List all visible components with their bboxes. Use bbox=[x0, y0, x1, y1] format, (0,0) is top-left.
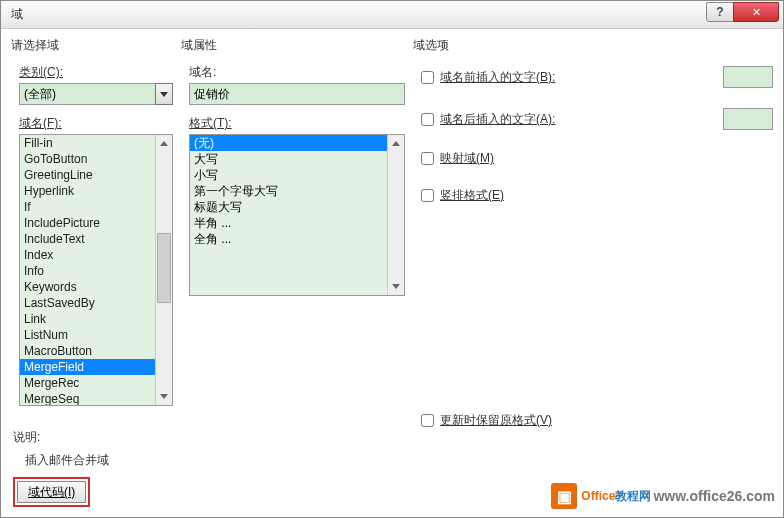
right-section-title: 域选项 bbox=[413, 37, 773, 54]
list-item[interactable]: Hyperlink bbox=[20, 183, 172, 199]
list-item[interactable]: Info bbox=[20, 263, 172, 279]
vertical-format-label: 竖排格式(E) bbox=[440, 187, 504, 204]
watermark-text1: Office bbox=[581, 489, 615, 503]
category-value: (全部) bbox=[24, 86, 56, 103]
dropdown-arrow-icon[interactable] bbox=[155, 83, 173, 105]
format-label: 格式(T): bbox=[189, 115, 413, 132]
list-item[interactable]: IncludePicture bbox=[20, 215, 172, 231]
scroll-up-icon[interactable] bbox=[156, 135, 172, 152]
fieldname-label: 域名: bbox=[189, 64, 413, 81]
list-item[interactable]: (无) bbox=[190, 135, 404, 151]
right-panel: 域选项 域名前插入的文字(B): 域名后插入的文字(A): 映射域(M) 竖排格… bbox=[413, 37, 773, 509]
list-item[interactable]: Fill-in bbox=[20, 135, 172, 151]
category-select[interactable]: (全部) bbox=[19, 83, 173, 105]
category-label: 类别(C): bbox=[19, 64, 181, 81]
list-item[interactable]: LastSavedBy bbox=[20, 295, 172, 311]
field-code-button[interactable]: 域代码(I) bbox=[17, 481, 86, 503]
left-section-title: 请选择域 bbox=[11, 37, 181, 54]
list-item[interactable]: If bbox=[20, 199, 172, 215]
scroll-down-icon[interactable] bbox=[156, 388, 172, 405]
after-text-checkbox[interactable] bbox=[421, 113, 434, 126]
watermark-url: www.office26.com bbox=[653, 488, 775, 504]
scrollbar[interactable] bbox=[387, 135, 404, 295]
before-text-label: 域名前插入的文字(B): bbox=[440, 69, 555, 86]
list-item[interactable]: 第一个字母大写 bbox=[190, 183, 404, 199]
before-text-row: 域名前插入的文字(B): bbox=[421, 66, 773, 88]
content: 请选择域 类别(C): (全部) 域名(F): Fill-inGoToButto… bbox=[1, 29, 783, 517]
map-field-row: 映射域(M) bbox=[421, 150, 773, 167]
vertical-format-checkbox[interactable] bbox=[421, 189, 434, 202]
fieldnames-label: 域名(F): bbox=[19, 115, 181, 132]
window-title: 域 bbox=[1, 6, 23, 23]
preserve-format-row: 更新时保留原格式(V) bbox=[421, 412, 773, 429]
field-code-highlight: 域代码(I) bbox=[13, 477, 90, 507]
list-item[interactable]: 全角 ... bbox=[190, 231, 404, 247]
window-buttons bbox=[707, 2, 779, 22]
preserve-format-checkbox[interactable] bbox=[421, 414, 434, 427]
middle-panel: 域属性 域名: 促销价 格式(T): (无)大写小写第一个字母大写标题大写半角 … bbox=[181, 37, 413, 509]
list-item[interactable]: 标题大写 bbox=[190, 199, 404, 215]
vertical-format-row: 竖排格式(E) bbox=[421, 187, 773, 204]
fieldname-input[interactable]: 促销价 bbox=[189, 83, 405, 105]
after-text-label: 域名后插入的文字(A): bbox=[440, 111, 555, 128]
list-item[interactable]: Link bbox=[20, 311, 172, 327]
list-item[interactable]: 大写 bbox=[190, 151, 404, 167]
office-logo-icon: ▣ bbox=[551, 483, 577, 509]
scrollbar[interactable] bbox=[155, 135, 172, 405]
format-listbox[interactable]: (无)大写小写第一个字母大写标题大写半角 ...全角 ... bbox=[189, 134, 405, 296]
list-item[interactable]: ListNum bbox=[20, 327, 172, 343]
after-text-row: 域名后插入的文字(A): bbox=[421, 108, 773, 130]
preserve-format-label: 更新时保留原格式(V) bbox=[440, 412, 552, 429]
description-text: 插入邮件合并域 bbox=[25, 452, 109, 469]
scroll-up-icon[interactable] bbox=[388, 135, 404, 152]
help-button[interactable] bbox=[706, 2, 734, 22]
list-item[interactable]: MergeSeq bbox=[20, 391, 172, 406]
list-item[interactable]: 半角 ... bbox=[190, 215, 404, 231]
watermark: ▣ Office 教程网 www.office26.com bbox=[551, 483, 775, 509]
watermark-text2: 教程网 bbox=[615, 488, 651, 505]
list-item[interactable]: GreetingLine bbox=[20, 167, 172, 183]
map-field-label: 映射域(M) bbox=[440, 150, 494, 167]
list-item[interactable]: GoToButton bbox=[20, 151, 172, 167]
description-block: 说明: 插入邮件合并域 bbox=[13, 429, 109, 469]
middle-section-title: 域属性 bbox=[181, 37, 413, 54]
map-field-checkbox[interactable] bbox=[421, 152, 434, 165]
list-item[interactable]: Keywords bbox=[20, 279, 172, 295]
before-text-input[interactable] bbox=[723, 66, 773, 88]
list-item[interactable]: 小写 bbox=[190, 167, 404, 183]
close-button[interactable] bbox=[733, 2, 779, 22]
list-item[interactable]: Index bbox=[20, 247, 172, 263]
field-dialog: 域 请选择域 类别(C): (全部) 域名(F): Fill-inGoToBut… bbox=[0, 0, 784, 518]
list-item[interactable]: MacroButton bbox=[20, 343, 172, 359]
scroll-down-icon[interactable] bbox=[388, 278, 404, 295]
titlebar[interactable]: 域 bbox=[1, 1, 783, 29]
before-text-checkbox[interactable] bbox=[421, 71, 434, 84]
list-item[interactable]: MergeRec bbox=[20, 375, 172, 391]
after-text-input[interactable] bbox=[723, 108, 773, 130]
fieldnames-listbox[interactable]: Fill-inGoToButtonGreetingLineHyperlinkIf… bbox=[19, 134, 173, 406]
description-label: 说明: bbox=[13, 429, 109, 446]
list-item[interactable]: IncludeText bbox=[20, 231, 172, 247]
scroll-thumb[interactable] bbox=[157, 233, 171, 303]
list-item[interactable]: MergeField bbox=[20, 359, 172, 375]
